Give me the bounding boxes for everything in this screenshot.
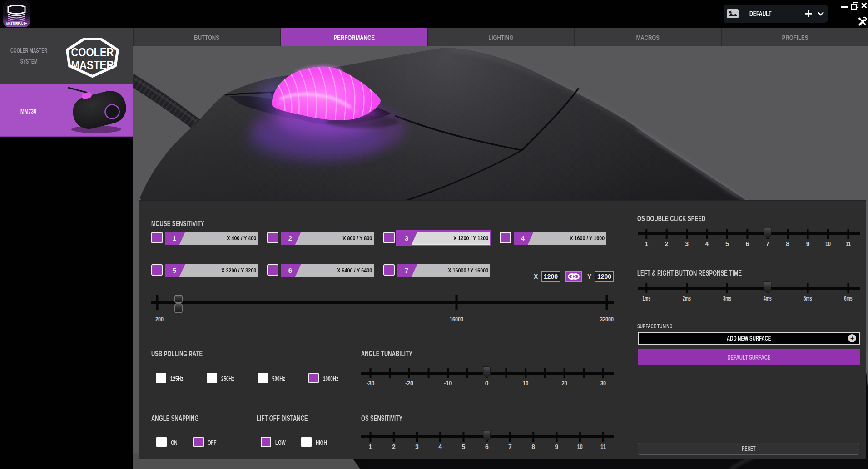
svg-text:16000: 16000 (450, 316, 463, 323)
svg-text:10: 10 (577, 443, 583, 450)
svg-text:6ms: 6ms (844, 295, 852, 302)
svg-text:10: 10 (523, 380, 528, 387)
svg-text:9: 9 (555, 443, 559, 450)
svg-text:1ms: 1ms (642, 295, 650, 302)
svg-text:10: 10 (825, 240, 831, 247)
svg-text:30: 30 (600, 380, 606, 387)
svg-text:3: 3 (685, 240, 689, 247)
svg-text:1: 1 (369, 443, 372, 450)
svg-text:3: 3 (415, 443, 419, 450)
svg-text:0: 0 (485, 380, 489, 387)
svg-text:11: 11 (845, 240, 851, 247)
svg-text:4ms: 4ms (764, 295, 772, 302)
svg-text:20: 20 (562, 380, 567, 387)
svg-text:3ms: 3ms (723, 295, 731, 302)
svg-text:-10: -10 (444, 380, 452, 387)
svg-text:-20: -20 (405, 380, 413, 387)
svg-text:6: 6 (485, 443, 489, 450)
svg-text:5: 5 (462, 443, 466, 450)
svg-text:8: 8 (786, 240, 789, 247)
svg-text:4: 4 (705, 240, 709, 247)
svg-text:1: 1 (645, 240, 648, 247)
svg-text:200: 200 (155, 316, 164, 323)
svg-text:MASTERPLUS+: MASTERPLUS+ (6, 21, 27, 25)
svg-text:9: 9 (806, 240, 810, 247)
svg-text:6: 6 (746, 240, 749, 247)
svg-text:7: 7 (508, 443, 512, 450)
svg-text:5: 5 (725, 240, 729, 247)
svg-text:2ms: 2ms (683, 295, 691, 302)
svg-text:2: 2 (665, 240, 669, 247)
svg-text:COOLER: COOLER (71, 45, 114, 59)
svg-text:32000: 32000 (600, 316, 614, 323)
svg-text:5ms: 5ms (804, 295, 812, 302)
svg-text:8: 8 (531, 443, 535, 450)
svg-text:2: 2 (392, 443, 396, 450)
svg-text:11: 11 (600, 443, 606, 450)
svg-text:4: 4 (438, 443, 442, 450)
svg-text:-30: -30 (367, 380, 375, 387)
svg-text:MASTER: MASTER (71, 58, 114, 72)
svg-text:7: 7 (766, 240, 769, 247)
